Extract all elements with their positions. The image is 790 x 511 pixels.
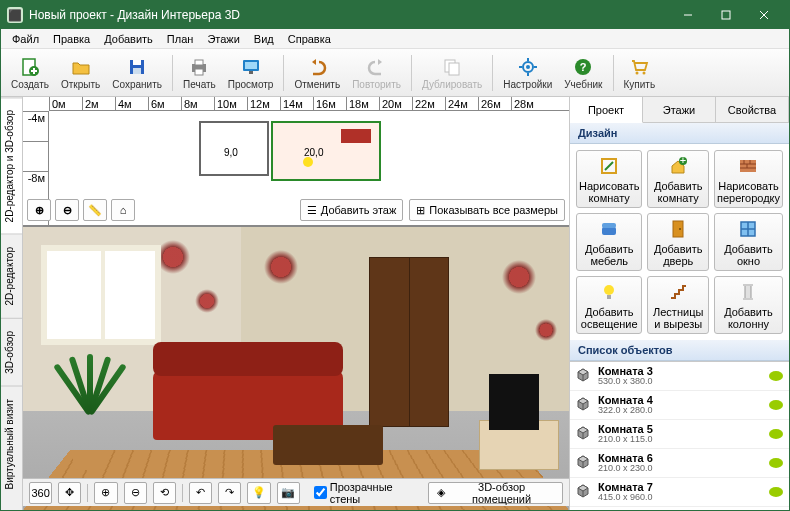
- right-tab-Этажи[interactable]: Этажи: [643, 97, 716, 122]
- draw-room-icon: [598, 155, 620, 177]
- svg-text:+: +: [680, 156, 686, 166]
- object-item[interactable]: Комната 6210.0 x 230.0: [570, 449, 789, 478]
- dimensions-icon: ⊞: [416, 204, 425, 217]
- side-tab-2[interactable]: 3D-обзор: [1, 318, 22, 386]
- toolbar-redo-button: Повторить: [346, 54, 407, 92]
- menu-добавить[interactable]: Добавить: [97, 31, 160, 47]
- cube-icon: ◈: [437, 486, 445, 499]
- camera-button[interactable]: 📷: [277, 482, 300, 504]
- svg-rect-39: [602, 223, 616, 228]
- copy-icon: [441, 56, 463, 78]
- zoom-in-button[interactable]: ⊕: [27, 199, 51, 221]
- close-button[interactable]: [745, 1, 783, 29]
- wall-icon: [737, 155, 759, 177]
- toolbar-copy-button: Дублировать: [416, 54, 488, 92]
- minimize-button[interactable]: [669, 1, 707, 29]
- table-3d: [273, 425, 383, 465]
- add-floor-button[interactable]: ☰Добавить этаж: [300, 199, 403, 221]
- svg-rect-16: [249, 71, 253, 74]
- save-icon: [126, 56, 148, 78]
- visibility-toggle[interactable]: [769, 487, 783, 497]
- 3d-overview-button[interactable]: ◈3D-обзор помещений: [428, 482, 563, 504]
- menu-этажи[interactable]: Этажи: [200, 31, 246, 47]
- visibility-toggle[interactable]: [769, 429, 783, 439]
- menu-справка[interactable]: Справка: [281, 31, 338, 47]
- print-icon: [188, 56, 210, 78]
- object-item[interactable]: Комната 5210.0 x 115.0: [570, 420, 789, 449]
- pan-button[interactable]: ✥: [58, 482, 81, 504]
- design-add-room-button[interactable]: +Добавить комнату: [647, 150, 709, 208]
- right-tab-Проект[interactable]: Проект: [570, 97, 643, 123]
- design-door-button[interactable]: Добавить дверь: [647, 213, 709, 271]
- design-draw-room-button[interactable]: Нарисовать комнату: [576, 150, 642, 208]
- stairs-icon: [667, 281, 689, 303]
- menu-правка[interactable]: Правка: [46, 31, 97, 47]
- side-tab-3[interactable]: Виртуальный визит: [1, 386, 22, 502]
- visibility-toggle[interactable]: [769, 458, 783, 468]
- tv-3d: [489, 374, 539, 430]
- plant-3d: [73, 450, 105, 470]
- object-item[interactable]: Газовая плита: [570, 507, 789, 510]
- toolbar-cart-button[interactable]: Купить: [618, 54, 662, 92]
- svg-point-28: [643, 71, 646, 74]
- object-item[interactable]: Комната 3530.0 x 380.0: [570, 362, 789, 391]
- visibility-toggle[interactable]: [769, 371, 783, 381]
- zoom-out-button[interactable]: ⊖: [55, 199, 79, 221]
- design-light-button[interactable]: Добавить освещение: [576, 276, 642, 334]
- cube-icon: [576, 484, 592, 500]
- door-icon: [667, 218, 689, 240]
- home-button[interactable]: ⌂: [111, 199, 135, 221]
- 3d-viewport[interactable]: 360 ✥ ⊕ ⊖ ⟲ ↶ ↷ 💡 📷 Прозрачные стены ◈3D…: [23, 227, 569, 510]
- show-dimensions-button[interactable]: ⊞Показывать все размеры: [409, 199, 565, 221]
- toolbar-save-button[interactable]: Сохранить: [106, 54, 168, 92]
- light-toggle-button[interactable]: 💡: [247, 482, 270, 504]
- rotate360-button[interactable]: 360: [29, 482, 52, 504]
- object-item[interactable]: Комната 4322.0 x 280.0: [570, 391, 789, 420]
- zoom-out-3d-button[interactable]: ⊖: [124, 482, 147, 504]
- design-stairs-button[interactable]: Лестницы и вырезы: [647, 276, 709, 334]
- maximize-button[interactable]: [707, 1, 745, 29]
- right-tab-Свойства[interactable]: Свойства: [716, 97, 789, 122]
- cube-icon: [576, 426, 592, 442]
- light-icon: [598, 281, 620, 303]
- ruler-button[interactable]: 📏: [83, 199, 107, 221]
- design-window-button[interactable]: Добавить окно: [714, 213, 783, 271]
- toolbar-monitor-button[interactable]: Просмотр: [222, 54, 280, 92]
- side-tab-0[interactable]: 2D-редактор и 3D-обзор: [1, 97, 22, 234]
- reset-view-button[interactable]: ⟲: [153, 482, 176, 504]
- svg-rect-47: [745, 285, 751, 299]
- rotate-left-button[interactable]: ↶: [189, 482, 212, 504]
- rotate-right-button[interactable]: ↷: [218, 482, 241, 504]
- toolbar-new-button[interactable]: Создать: [5, 54, 55, 92]
- window-3d: [41, 245, 161, 345]
- objects-section-header: Список объектов: [570, 340, 789, 361]
- toolbar-undo-button[interactable]: Отменить: [288, 54, 346, 92]
- toolbar-gear-button[interactable]: Настройки: [497, 54, 558, 92]
- room-2[interactable]: [271, 121, 381, 181]
- undo-icon: [306, 56, 328, 78]
- svg-rect-12: [195, 60, 203, 65]
- design-furniture-button[interactable]: Добавить мебель: [576, 213, 642, 271]
- toolbar-help-button[interactable]: ?Учебник: [558, 54, 608, 92]
- svg-point-20: [526, 65, 530, 69]
- open-icon: [70, 56, 92, 78]
- menu-вид[interactable]: Вид: [247, 31, 281, 47]
- svg-rect-46: [607, 295, 611, 299]
- menu-файл[interactable]: Файл: [5, 31, 46, 47]
- transparent-walls-checkbox[interactable]: Прозрачные стены: [314, 481, 422, 505]
- side-tab-1[interactable]: 2D-редактор: [1, 234, 22, 318]
- visibility-toggle[interactable]: [769, 400, 783, 410]
- toolbar-print-button[interactable]: Печать: [177, 54, 222, 92]
- light-marker: [303, 157, 313, 167]
- design-wall-button[interactable]: Нарисовать перегородку: [714, 150, 783, 208]
- new-icon: [19, 56, 41, 78]
- object-item[interactable]: Комната 7415.0 x 960.0: [570, 478, 789, 507]
- help-icon: ?: [572, 56, 594, 78]
- gear-icon: [517, 56, 539, 78]
- svg-rect-40: [673, 221, 683, 237]
- zoom-in-3d-button[interactable]: ⊕: [94, 482, 117, 504]
- toolbar-open-button[interactable]: Открыть: [55, 54, 106, 92]
- menu-план[interactable]: План: [160, 31, 201, 47]
- svg-rect-18: [449, 63, 459, 75]
- design-column-button[interactable]: Добавить колонну: [714, 276, 783, 334]
